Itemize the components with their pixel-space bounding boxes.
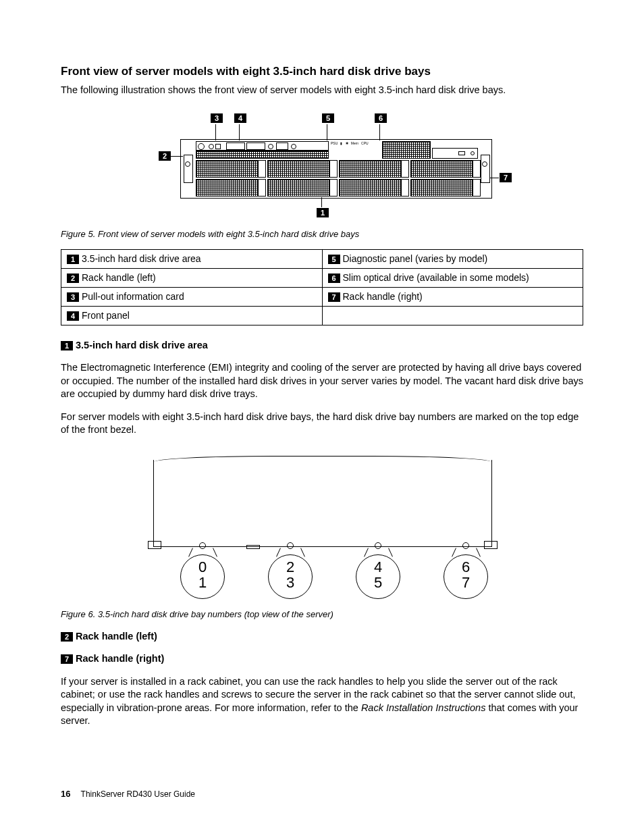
rack-handle-left-icon	[184, 155, 193, 183]
callout-1: 1	[317, 208, 329, 217]
table-row: 13.5-inch hard disk drive area 5Diagnost…	[61, 250, 583, 269]
legend-cell: 3Pull-out information card	[61, 287, 323, 306]
hdd-latch-icon	[401, 179, 409, 197]
slot-icon	[246, 142, 265, 150]
page-footer: 16 ThinkServer RD430 User Guide	[61, 788, 195, 800]
table-row: 3Pull-out information card 7Rack handle …	[61, 287, 583, 306]
legend-cell: 7Rack handle (right)	[322, 287, 583, 306]
table-row: 4Front panel	[61, 306, 583, 325]
legend-text: 3.5-inch hard disk drive area	[82, 253, 201, 264]
intro-paragraph: The following illustration shows the fro…	[61, 84, 583, 97]
info-card-icon	[226, 142, 245, 150]
bay-pair-circle: 6 7	[444, 554, 488, 599]
page: Front view of server models with eight 3…	[0, 0, 644, 834]
callout-2: 2	[159, 151, 171, 161]
callout-5: 5	[322, 113, 334, 123]
button-icon	[198, 143, 205, 150]
leader-line	[321, 197, 322, 207]
leader-line	[215, 124, 216, 140]
leader-line	[476, 548, 481, 556]
handle-icon	[484, 541, 498, 549]
hdd-latch-icon	[329, 179, 338, 197]
legend-text: Rack handle (left)	[82, 272, 156, 283]
legend-cell: 6Slim optical drive (available in some m…	[322, 268, 583, 287]
paragraph: If your server is installed in a rack ca…	[61, 675, 583, 728]
callout-num: 6	[328, 273, 340, 283]
marker-dot-icon	[375, 542, 381, 549]
legend-cell: 13.5-inch hard disk drive area	[61, 250, 323, 269]
legend-cell-empty	[322, 306, 583, 325]
figure-5-caption: Figure 5. Front view of server models wi…	[61, 228, 583, 240]
bay-pair-circle: 0 1	[180, 554, 225, 599]
marker-dot-icon	[287, 542, 294, 549]
led-icon	[268, 144, 273, 149]
paragraph: The Electromagnetic Interference (EMI) i…	[61, 361, 583, 401]
hdd-bay-icon	[339, 160, 401, 178]
eject-icon	[458, 151, 465, 155]
callout-6: 6	[375, 113, 387, 123]
leader-line	[239, 124, 240, 140]
optical-drive-icon	[432, 148, 478, 159]
handle-icon	[148, 541, 161, 549]
hdd-latch-icon	[401, 160, 409, 178]
leader-line	[188, 548, 193, 556]
doc-reference: Rack Installation Instructions	[361, 702, 486, 713]
bay-number: 7	[444, 575, 487, 590]
legend-text: Pull-out information card	[82, 291, 184, 302]
led-icon	[471, 151, 475, 155]
rack-handle-right-icon	[481, 155, 490, 183]
marker-dot-icon	[199, 542, 206, 549]
hdd-latch-icon	[329, 160, 338, 178]
hdd-latch-icon	[473, 179, 481, 197]
hdd-bay-icon	[410, 179, 473, 197]
leader-line	[276, 548, 281, 556]
led-icon	[209, 144, 214, 149]
front-panel-strip-icon	[196, 141, 329, 151]
paragraph: For server models with eight 3.5-inch ha…	[61, 411, 583, 437]
callout-num: 1	[67, 255, 79, 264]
page-number: 16	[61, 789, 70, 799]
bay-number: 1	[181, 575, 224, 590]
led-icon	[215, 144, 221, 149]
callout-num: 7	[61, 654, 73, 664]
leader-line	[452, 548, 456, 556]
hdd-latch-icon	[258, 179, 266, 197]
subheading-7: 7Rack handle (right)	[61, 652, 583, 666]
bay-number: 6	[444, 559, 487, 575]
port-icon	[276, 142, 288, 150]
hdd-latch-icon	[258, 160, 266, 178]
doc-title: ThinkServer RD430 User Guide	[81, 789, 195, 799]
table-row: 2Rack handle (left) 6Slim optical drive …	[61, 268, 583, 287]
callout-7: 7	[500, 173, 512, 182]
callout-num: 2	[61, 632, 73, 642]
leader-line	[213, 548, 217, 556]
legend-cell: 4Front panel	[61, 306, 323, 325]
screw-icon	[482, 161, 487, 167]
section-title: Front view of server models with eight 3…	[61, 64, 583, 80]
bay-number: 4	[356, 559, 400, 575]
hdd-bay-icon	[267, 160, 329, 178]
leader-line	[327, 124, 327, 140]
callout-num: 7	[328, 292, 340, 302]
bay-number: 0	[181, 559, 224, 575]
slot-icon	[246, 545, 260, 549]
callout-3: 3	[211, 113, 223, 123]
led-icon	[291, 144, 296, 149]
vent-icon	[382, 141, 431, 159]
subheading-text: Rack handle (left)	[76, 631, 157, 642]
leader-line	[388, 548, 393, 556]
figure-5-illustration: 3 4 5 6 2 7 1	[140, 113, 504, 221]
screw-icon	[185, 161, 190, 167]
server-front-icon: PSU ▮ ✱ Mem CPU	[180, 139, 492, 199]
hdd-latch-icon	[473, 160, 481, 178]
bay-pair-circle: 2 3	[268, 554, 313, 599]
callout-num: 4	[67, 311, 79, 321]
callout-num: 3	[67, 292, 79, 302]
callout-4: 4	[234, 113, 246, 123]
legend-text: Front panel	[82, 310, 130, 321]
subheading-text: Rack handle (right)	[76, 653, 164, 664]
hdd-bay-icon	[339, 179, 401, 197]
subheading-1: 13.5-inch hard disk drive area	[61, 339, 583, 353]
bay-number: 3	[269, 575, 312, 590]
marker-dot-icon	[462, 542, 469, 549]
